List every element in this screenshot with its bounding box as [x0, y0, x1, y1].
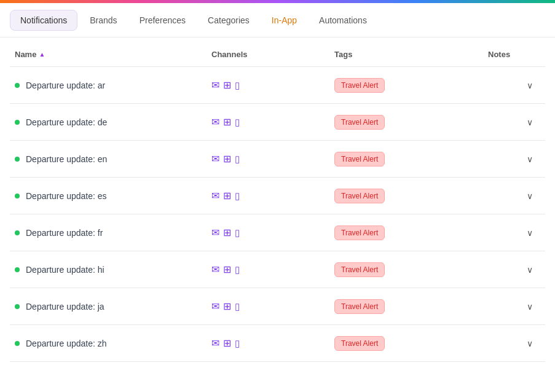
expand-row-button[interactable]: ∨	[524, 262, 535, 277]
mobile-channel-icon: ▯	[235, 190, 240, 202]
notification-name: Departure update: ja	[26, 302, 104, 312]
active-indicator	[15, 194, 20, 198]
notification-name: Departure update: es	[26, 191, 107, 201]
table-header-row: Name ▲ Channels Tags Notes	[10, 42, 545, 67]
travel-alert-tag[interactable]: Travel Alert	[334, 152, 385, 167]
mobile-channel-icon: ▯	[235, 264, 240, 275]
active-indicator	[15, 267, 20, 272]
tags-cell: Travel Alert	[334, 189, 488, 203]
travel-alert-tag[interactable]: Travel Alert	[334, 78, 385, 93]
column-name-label: Name	[15, 50, 36, 59]
table-row: Departure update: en ✉ ⊞ ▯ Travel Alert …	[10, 141, 545, 178]
travel-alert-tag[interactable]: Travel Alert	[334, 262, 385, 277]
active-indicator	[15, 304, 20, 309]
table-row: Departure update: ja ✉ ⊞ ▯ Travel Alert …	[10, 288, 545, 325]
expand-row-button[interactable]: ∨	[524, 78, 535, 93]
tab-notifications[interactable]: Notifications	[10, 10, 77, 31]
actions-cell: ∨	[488, 152, 540, 167]
mobile-channel-icon: ▯	[235, 80, 240, 91]
chat-channel-icon: ⊞	[223, 300, 231, 312]
email-channel-icon: ✉	[211, 227, 219, 238]
expand-row-button[interactable]: ∨	[524, 225, 535, 240]
sort-ascending-icon[interactable]: ▲	[39, 51, 45, 58]
expand-row-button[interactable]: ∨	[524, 189, 535, 203]
email-channel-icon: ✉	[211, 116, 219, 128]
actions-cell: ∨	[488, 78, 540, 93]
travel-alert-tag[interactable]: Travel Alert	[334, 299, 385, 314]
active-indicator	[15, 120, 20, 125]
channels-cell: ✉ ⊞ ▯	[211, 337, 334, 349]
email-channel-icon: ✉	[211, 300, 219, 312]
actions-cell: ∨	[488, 189, 540, 203]
notification-name: Departure update: fr	[26, 228, 103, 238]
actions-cell: ∨	[488, 225, 540, 240]
name-cell: Departure update: zh	[15, 339, 211, 348]
email-channel-icon: ✉	[211, 190, 219, 202]
travel-alert-tag[interactable]: Travel Alert	[334, 189, 385, 203]
chat-channel-icon: ⊞	[223, 153, 231, 165]
email-channel-icon: ✉	[211, 153, 219, 165]
table-row: Departure update: ar ✉ ⊞ ▯ Travel Alert …	[10, 67, 545, 104]
name-cell: Departure update: hi	[15, 265, 211, 275]
table-row: Departure update: de ✉ ⊞ ▯ Travel Alert …	[10, 104, 545, 141]
column-header-name: Name ▲	[15, 50, 211, 59]
expand-row-button[interactable]: ∨	[524, 115, 535, 130]
chat-channel-icon: ⊞	[223, 116, 231, 128]
tags-cell: Travel Alert	[334, 78, 488, 93]
tab-brands[interactable]: Brands	[80, 10, 127, 30]
tags-cell: Travel Alert	[334, 225, 488, 240]
tab-categories[interactable]: Categories	[198, 10, 259, 30]
email-channel-icon: ✉	[211, 337, 219, 349]
table-row: Departure update: es ✉ ⊞ ▯ Travel Alert …	[10, 178, 545, 214]
active-indicator	[15, 341, 20, 346]
notification-name: Departure update: ar	[26, 80, 105, 90]
navigation-bar: Notifications Brands Preferences Categor…	[0, 3, 555, 37]
travel-alert-tag[interactable]: Travel Alert	[334, 225, 385, 240]
tags-cell: Travel Alert	[334, 336, 488, 351]
notification-name: Departure update: zh	[26, 339, 107, 348]
name-cell: Departure update: ar	[15, 80, 211, 90]
table-row: Departure update: zh ✉ ⊞ ▯ Travel Alert …	[10, 325, 545, 362]
tags-cell: Travel Alert	[334, 299, 488, 314]
travel-alert-tag[interactable]: Travel Alert	[334, 336, 385, 351]
chat-channel-icon: ⊞	[223, 337, 231, 349]
tab-preferences[interactable]: Preferences	[130, 10, 195, 30]
name-cell: Departure update: fr	[15, 228, 211, 238]
tags-cell: Travel Alert	[334, 152, 488, 167]
mobile-channel-icon: ▯	[235, 117, 240, 128]
chat-channel-icon: ⊞	[223, 190, 231, 202]
active-indicator	[15, 230, 20, 235]
channels-cell: ✉ ⊞ ▯	[211, 79, 334, 91]
name-cell: Departure update: ja	[15, 302, 211, 312]
channels-cell: ✉ ⊞ ▯	[211, 153, 334, 165]
notification-name: Departure update: en	[26, 154, 107, 164]
tags-cell: Travel Alert	[334, 115, 488, 130]
channels-cell: ✉ ⊞ ▯	[211, 227, 334, 238]
chat-channel-icon: ⊞	[223, 79, 231, 91]
channels-cell: ✉ ⊞ ▯	[211, 300, 334, 312]
name-cell: Departure update: en	[15, 154, 211, 164]
expand-row-button[interactable]: ∨	[524, 299, 535, 314]
actions-cell: ∨	[488, 336, 540, 351]
expand-row-button[interactable]: ∨	[524, 152, 535, 167]
tab-automations[interactable]: Automations	[309, 10, 377, 30]
table-row: Departure update: hi ✉ ⊞ ▯ Travel Alert …	[10, 251, 545, 288]
email-channel-icon: ✉	[211, 79, 219, 91]
name-cell: Departure update: de	[15, 117, 211, 127]
notifications-table: Name ▲ Channels Tags Notes Departure upd…	[0, 42, 555, 362]
mobile-channel-icon: ▯	[235, 301, 240, 312]
actions-cell: ∨	[488, 262, 540, 277]
active-indicator	[15, 157, 20, 162]
expand-row-button[interactable]: ∨	[524, 336, 535, 351]
tab-in-app[interactable]: In-App	[262, 10, 307, 30]
channels-cell: ✉ ⊞ ▯	[211, 116, 334, 128]
travel-alert-tag[interactable]: Travel Alert	[334, 115, 385, 130]
column-header-notes: Notes	[488, 50, 540, 59]
email-channel-icon: ✉	[211, 264, 219, 275]
tags-cell: Travel Alert	[334, 262, 488, 277]
actions-cell: ∨	[488, 299, 540, 314]
channels-cell: ✉ ⊞ ▯	[211, 190, 334, 202]
chat-channel-icon: ⊞	[223, 227, 231, 238]
column-header-channels: Channels	[211, 50, 334, 59]
actions-cell: ∨	[488, 115, 540, 130]
